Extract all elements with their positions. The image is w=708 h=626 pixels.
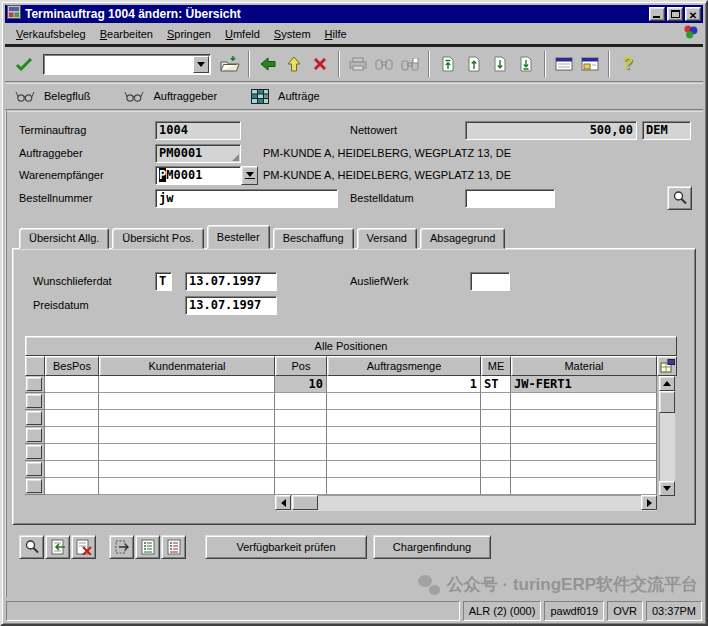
table-cell[interactable] (45, 410, 99, 427)
table-cell[interactable] (481, 478, 511, 495)
status-input-mode[interactable]: OVR (607, 601, 643, 621)
header-pos[interactable]: Pos (275, 356, 327, 376)
table-cell[interactable] (327, 427, 481, 444)
new-session-button[interactable] (551, 52, 577, 76)
table-cell[interactable] (275, 461, 327, 478)
cell-me[interactable]: ST (481, 376, 511, 393)
vertical-scrollbar[interactable] (659, 376, 675, 496)
table-cell[interactable] (99, 393, 275, 410)
delete-item-button[interactable] (71, 535, 96, 559)
back-button[interactable] (255, 52, 281, 76)
maximize-button[interactable] (667, 7, 683, 21)
first-page-button[interactable] (435, 52, 461, 76)
table-cell[interactable] (45, 444, 99, 461)
header-material[interactable]: Material (511, 356, 657, 376)
bestellnummer-field[interactable]: jw (155, 189, 338, 208)
main-items-button[interactable] (135, 535, 160, 559)
wunschlieferdat-type-field[interactable]: T (155, 272, 172, 291)
verfuegbarkeit-pruefen-button[interactable]: Verfügbarkeit prüfen (205, 535, 367, 559)
row-selector-button[interactable] (25, 461, 45, 478)
enter-button[interactable] (11, 52, 37, 76)
table-cell[interactable] (511, 427, 657, 444)
table-cell[interactable] (45, 461, 99, 478)
vscroll-thumb[interactable] (659, 391, 675, 413)
table-cell[interactable] (275, 410, 327, 427)
auftraege-button[interactable]: Aufträge (251, 89, 320, 104)
table-cell[interactable] (327, 393, 481, 410)
row-selector-button[interactable] (25, 376, 45, 393)
table-cell[interactable] (275, 478, 327, 495)
header-auftragsmenge[interactable]: Auftragsmenge (327, 356, 481, 376)
header-kundenmaterial[interactable]: Kundenmaterial (99, 356, 275, 376)
table-cell[interactable] (481, 427, 511, 444)
sub-items-button[interactable] (161, 535, 186, 559)
command-input[interactable] (46, 56, 193, 73)
table-cell[interactable] (45, 478, 99, 495)
cell-auftragsmenge[interactable]: 1 (327, 376, 481, 393)
ausliefwerk-field[interactable] (470, 272, 510, 291)
search-button[interactable] (667, 186, 692, 210)
table-cell[interactable] (481, 410, 511, 427)
table-cell[interactable] (327, 444, 481, 461)
table-cell[interactable] (511, 444, 657, 461)
save-button[interactable] (217, 52, 243, 76)
table-cell[interactable] (327, 461, 481, 478)
table-cell[interactable] (99, 427, 275, 444)
table-cell[interactable] (275, 393, 327, 410)
scroll-left-button[interactable] (275, 495, 291, 510)
close-button[interactable] (685, 7, 701, 21)
terminauftrag-field[interactable]: 1004 (155, 121, 241, 140)
tab-beschaffung[interactable]: Beschaffung (273, 228, 354, 249)
horizontal-scrollbar[interactable] (275, 495, 657, 511)
table-cell[interactable] (99, 461, 275, 478)
exit-button[interactable] (281, 52, 307, 76)
scroll-up-button[interactable] (659, 376, 675, 391)
menu-system[interactable]: System (267, 26, 318, 42)
tab-versand[interactable]: Versand (357, 228, 417, 249)
table-cell[interactable] (45, 427, 99, 444)
table-cell[interactable] (511, 410, 657, 427)
find-next-button[interactable] (397, 52, 423, 76)
table-cell[interactable] (511, 478, 657, 495)
menu-bearbeiten[interactable]: Bearbeiten (93, 26, 160, 42)
chargenfindung-button[interactable]: Chargenfindung (373, 535, 491, 559)
row-selector-button[interactable] (25, 393, 45, 410)
table-cell[interactable] (481, 461, 511, 478)
table-cell[interactable] (511, 393, 657, 410)
previous-page-button[interactable] (461, 52, 487, 76)
table-config-button[interactable] (657, 356, 677, 376)
warenempfaenger-field[interactable]: PM0001 (155, 166, 241, 185)
row-selector-button[interactable] (25, 427, 45, 444)
header-bespos[interactable]: BesPos (45, 356, 99, 376)
bestelldatum-field[interactable] (465, 189, 555, 208)
table-cell[interactable] (275, 444, 327, 461)
last-page-button[interactable] (513, 52, 539, 76)
command-dropdown-button[interactable] (193, 56, 209, 73)
preisdatum-field[interactable]: 13.07.1997 (185, 296, 277, 315)
menu-hilfe[interactable]: Hilfe (318, 26, 354, 42)
wunschlieferdat-date-field[interactable]: 13.07.1997 (185, 272, 277, 291)
help-button[interactable] (615, 52, 641, 76)
minimize-button[interactable] (649, 7, 665, 21)
hscroll-thumb[interactable] (292, 495, 318, 510)
menu-umfeld[interactable]: Umfeld (218, 26, 267, 42)
menu-springen[interactable]: Springen (160, 26, 218, 42)
belegfluss-button[interactable]: Belegfluß (15, 90, 90, 102)
auftraggeber-button[interactable]: Auftraggeber (124, 90, 217, 102)
create-shortcut-button[interactable] (577, 52, 603, 76)
command-field[interactable] (43, 54, 211, 75)
warenempfaenger-dropdown-button[interactable] (241, 166, 258, 185)
propose-items-button[interactable] (109, 535, 134, 559)
tab-besteller[interactable]: Besteller (207, 225, 270, 249)
scroll-down-button[interactable] (659, 481, 675, 496)
table-cell[interactable] (481, 393, 511, 410)
table-cell[interactable] (99, 478, 275, 495)
cell-kundenmaterial[interactable] (99, 376, 275, 393)
next-page-button[interactable] (487, 52, 513, 76)
header-me[interactable]: ME (481, 356, 511, 376)
row-selector-button[interactable] (25, 444, 45, 461)
detail-button[interactable] (19, 535, 44, 559)
cancel-button[interactable] (307, 52, 333, 76)
table-cell[interactable] (99, 410, 275, 427)
table-cell[interactable] (327, 410, 481, 427)
